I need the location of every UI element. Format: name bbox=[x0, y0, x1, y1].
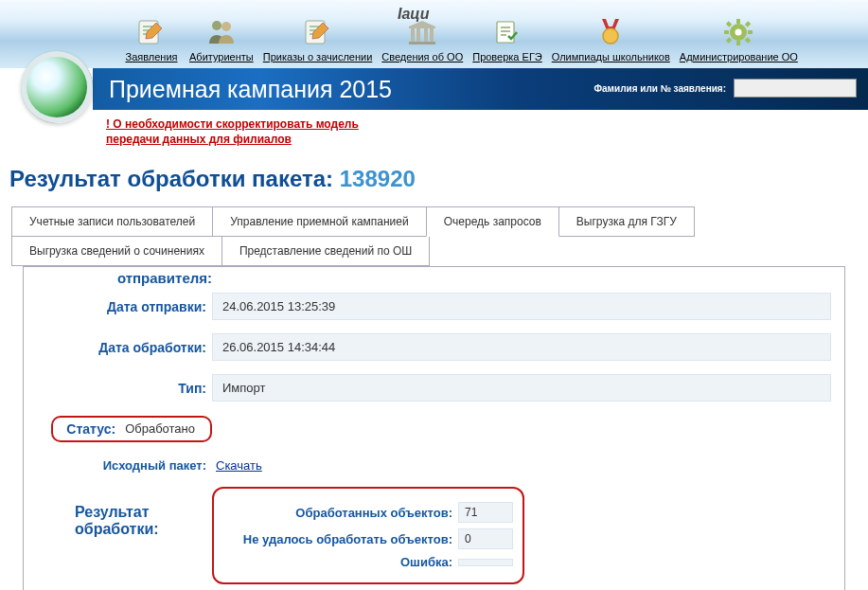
notice-text-line2: передачи данных для филиалов bbox=[106, 133, 292, 146]
nav-label: Абитуриенты bbox=[189, 51, 254, 63]
processed-date-value: 26.06.2015 14:34:44 bbox=[212, 333, 831, 361]
nav-item-admin[interactable]: Администрирование ОО bbox=[680, 16, 798, 63]
tab-gzgu-export[interactable]: Выгрузка для ГЗГУ bbox=[558, 206, 695, 237]
svg-rect-20 bbox=[745, 37, 751, 43]
sent-date-label: Дата отправки: bbox=[37, 299, 212, 314]
type-value: Импорт bbox=[212, 374, 831, 402]
page-heading: Результат обработки пакета: 138920 bbox=[0, 154, 868, 206]
nav-item-applications[interactable]: Заявления bbox=[123, 16, 180, 63]
result-block: Результат обработки: Обработанных объект… bbox=[37, 487, 831, 584]
nav-item-ege-check[interactable]: Проверка ЕГЭ bbox=[472, 16, 542, 63]
sender-label-cut: отправителя: bbox=[37, 270, 212, 286]
svg-rect-14 bbox=[736, 41, 740, 45]
svg-rect-5 bbox=[416, 28, 420, 42]
nav-label: Приказы о зачислении bbox=[263, 51, 373, 63]
download-link[interactable]: Скачать bbox=[216, 458, 262, 473]
people-icon bbox=[204, 16, 239, 48]
sent-date-value: 24.06.2015 13:25:39 bbox=[212, 293, 831, 320]
type-label: Тип: bbox=[37, 381, 212, 396]
document-pencil-icon bbox=[301, 16, 335, 48]
tab-essay-export[interactable]: Выгрузка сведений о сочинениях bbox=[11, 236, 222, 266]
document-pencil-icon bbox=[134, 16, 168, 48]
nav-label: Олимпиады школьников bbox=[552, 51, 670, 63]
nav-item-enrollment-orders[interactable]: Приказы о зачислении bbox=[263, 16, 373, 63]
processed-date-label: Дата обработки: bbox=[37, 340, 212, 355]
error-label: Ошибка: bbox=[223, 555, 458, 569]
svg-rect-18 bbox=[745, 21, 751, 27]
svg-point-12 bbox=[735, 29, 742, 36]
heading-packet-id: 138920 bbox=[340, 166, 416, 191]
processed-objs-label: Обработанных объектов: bbox=[223, 506, 458, 520]
medal-icon bbox=[593, 16, 628, 48]
svg-point-10 bbox=[603, 28, 618, 44]
nav-label: Заявления bbox=[125, 51, 177, 63]
svg-rect-15 bbox=[724, 30, 729, 34]
tab-request-queue[interactable]: Очередь запросов bbox=[426, 206, 559, 237]
source-packet-label: Исходный пакет: bbox=[37, 458, 212, 473]
tab-osh-submission[interactable]: Представление сведений по ОШ bbox=[221, 236, 430, 266]
svg-rect-6 bbox=[424, 28, 428, 42]
svg-point-2 bbox=[221, 22, 231, 31]
svg-point-1 bbox=[212, 21, 221, 30]
svg-rect-8 bbox=[409, 42, 435, 45]
svg-rect-4 bbox=[411, 28, 415, 42]
document-check-icon bbox=[490, 16, 524, 48]
tab-user-accounts[interactable]: Учетные записи пользователей bbox=[11, 206, 213, 237]
processed-objs-value: 71 bbox=[458, 502, 513, 523]
banner: Приемная кампания 2015 Фамилия или № зая… bbox=[0, 68, 868, 110]
nav-label: Проверка ЕГЭ bbox=[472, 51, 542, 63]
tabs-container: Учетные записи пользователей Управление … bbox=[0, 206, 868, 590]
svg-rect-13 bbox=[736, 19, 740, 24]
details-panel: отправителя: Дата отправки: 24.06.2015 1… bbox=[24, 267, 844, 590]
svg-rect-17 bbox=[726, 21, 732, 27]
search-input[interactable] bbox=[734, 79, 857, 98]
heading-prefix: Результат обработки пакета: bbox=[9, 166, 340, 191]
notice-link[interactable]: ! О необходимости скорректировать модель… bbox=[106, 117, 359, 146]
nav-label: Администрирование ОО bbox=[680, 51, 798, 63]
svg-rect-16 bbox=[748, 30, 753, 34]
failed-objs-value: 0 bbox=[458, 528, 513, 549]
content-frame: отправителя: Дата отправки: 24.06.2015 1… bbox=[23, 266, 845, 590]
top-nav-bar: Iаци Заявления Абитуриенты Приказы о зач… bbox=[0, 0, 868, 68]
search-label: Фамилия или № заявления: bbox=[594, 83, 727, 94]
status-highlight: Статус: Обработано bbox=[51, 416, 212, 442]
status-value: Обработано bbox=[121, 420, 206, 438]
status-label: Статус: bbox=[57, 420, 121, 438]
nav-item-applicants[interactable]: Абитуриенты bbox=[189, 16, 254, 63]
nav-item-org-info[interactable]: Сведения об ОО bbox=[381, 16, 463, 63]
result-highlight-box: Обработанных объектов: 71 Не удалось обр… bbox=[212, 487, 524, 584]
failed-objs-label: Не удалось обработать объектов: bbox=[223, 532, 458, 546]
svg-rect-19 bbox=[726, 37, 732, 43]
result-label: Результат обработки: bbox=[37, 487, 212, 584]
watermark-text: Iаци bbox=[398, 6, 429, 23]
nav-item-olympiads[interactable]: Олимпиады школьников bbox=[552, 16, 670, 63]
tab-campaign-mgmt[interactable]: Управление приемной кампанией bbox=[212, 206, 427, 237]
notice-bar: ! О необходимости скорректировать модель… bbox=[0, 110, 868, 154]
error-value bbox=[458, 559, 513, 566]
banner-title: Приемная кампания 2015 bbox=[109, 76, 392, 103]
notice-text-line1: ! О необходимости скорректировать модель bbox=[106, 117, 359, 131]
gear-icon bbox=[721, 16, 755, 48]
banner-search: Фамилия или № заявления: bbox=[594, 79, 858, 98]
svg-rect-7 bbox=[430, 28, 434, 42]
logo-icon bbox=[21, 51, 93, 123]
nav-label: Сведения об ОО bbox=[381, 51, 463, 63]
